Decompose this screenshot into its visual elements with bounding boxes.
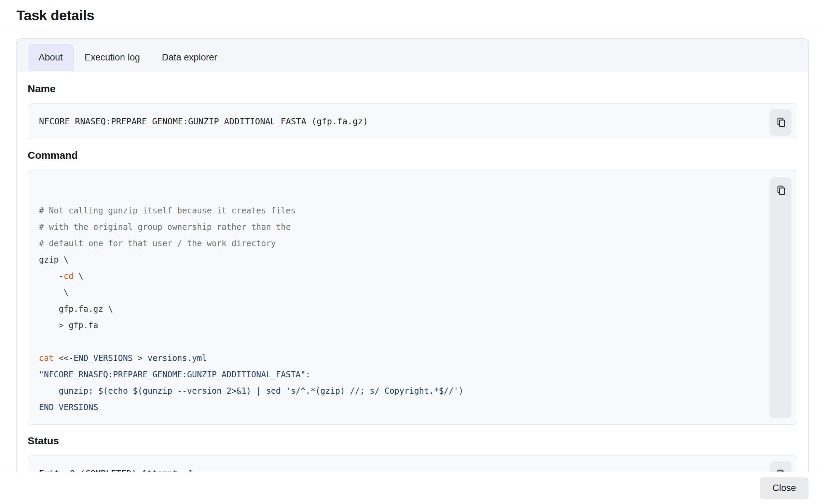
code-line: > gfp.fa — [39, 317, 756, 334]
task-name-value: NFCORE_RNASEQ:PREPARE_GENOME:GUNZIP_ADDI… — [39, 116, 368, 126]
status-value: Exit: 0 (COMPLETED) Attempt: 1 — [39, 468, 193, 472]
tab-bar: About Execution log Data explorer — [17, 39, 808, 71]
task-details-modal: Task details About Execution log Data ex… — [0, 0, 824, 504]
code-line: \ — [39, 284, 756, 301]
command-box: # Not calling gunzip itself because it c… — [28, 170, 797, 425]
name-section-heading: Name — [28, 83, 797, 95]
code-line: # with the original group ownership rath… — [39, 219, 756, 235]
command-section-heading: Command — [28, 150, 797, 161]
command-scrollbar[interactable] — [770, 177, 792, 418]
code-line: cat <<-END_VERSIONS > versions.yml — [39, 350, 756, 366]
code-line — [39, 186, 756, 202]
copy-icon — [775, 117, 786, 128]
code-line: END_VERSIONS — [39, 399, 756, 416]
name-box: NFCORE_RNASEQ:PREPARE_GENOME:GUNZIP_ADDI… — [28, 103, 797, 139]
code-line: gfp.fa.gz \ — [39, 301, 756, 317]
code-line: gunzip: $(echo $(gunzip --version 2>&1) … — [39, 383, 756, 399]
modal-body: About Execution log Data explorer Name N… — [0, 31, 824, 472]
code-line: "NFCORE_RNASEQ:PREPARE_GENOME:GUNZIP_ADD… — [39, 366, 756, 383]
code-line: # default one for that user / the work d… — [39, 235, 756, 252]
task-card: About Execution log Data explorer Name N… — [16, 38, 809, 472]
tab-execution-log[interactable]: Execution log — [74, 44, 151, 71]
copy-name-button[interactable] — [770, 109, 792, 136]
close-button[interactable]: Close — [760, 477, 809, 499]
tab-about[interactable]: About — [28, 44, 74, 71]
code-line: # Not calling gunzip itself because it c… — [39, 202, 756, 219]
code-line: -cd \ — [39, 268, 756, 284]
copy-icon — [775, 185, 786, 196]
status-section-heading: Status — [28, 435, 797, 447]
page-title: Task details — [16, 8, 94, 24]
status-box: Exit: 0 (COMPLETED) Attempt: 1 — [28, 456, 797, 472]
copy-status-button[interactable] — [770, 461, 792, 472]
tab-panel-about: Name NFCORE_RNASEQ:PREPARE_GENOME:GUNZIP… — [17, 71, 808, 472]
copy-command-button[interactable] — [770, 177, 792, 204]
modal-footer: Close — [0, 472, 824, 504]
code-line — [39, 334, 756, 350]
code-line: gzip \ — [39, 252, 756, 268]
command-code: # Not calling gunzip itself because it c… — [39, 186, 756, 416]
modal-header: Task details — [0, 0, 824, 31]
tab-data-explorer[interactable]: Data explorer — [151, 44, 228, 71]
copy-icon — [775, 469, 786, 472]
